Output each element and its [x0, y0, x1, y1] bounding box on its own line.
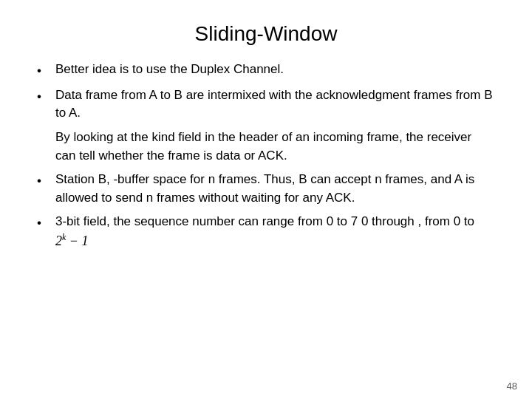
no-bullet-paragraph: By looking at the kind field in the head… [55, 129, 495, 165]
math-operator: − [69, 233, 82, 248]
bullet-point-4: • [37, 214, 52, 233]
math-base: 2 [55, 233, 62, 248]
slide-container: Sliding-Window • Better idea is to use t… [0, 0, 532, 399]
bullet-point-2: • [37, 88, 52, 106]
bullet-text-3: Station B, -buffer space for n frames. T… [55, 171, 495, 207]
bullet-text-1: Better idea is to use the Duplex Channel… [55, 61, 495, 79]
bullet-text-4-part1: 3-bit field, the sequence number can ran… [55, 214, 474, 228]
bullet-point-1: • [37, 62, 52, 81]
bullet-item-2: • Data frame from A to B are intermixed … [37, 86, 495, 123]
bullet-text-2: Data frame from A to B are intermixed wi… [55, 86, 495, 123]
bullet-item-3: • Station B, -buffer space for n frames.… [37, 171, 495, 207]
no-bullet-text: By looking at the kind field in the head… [55, 130, 471, 163]
bullet-item-1: • Better idea is to use the Duplex Chann… [37, 61, 495, 81]
page-number: 48 [507, 381, 517, 392]
math-formula: 2k − 1 [55, 231, 88, 250]
slide-title: Sliding-Window [37, 22, 495, 46]
content-area: • Better idea is to use the Duplex Chann… [37, 61, 495, 250]
bullet-point-3: • [37, 172, 52, 191]
math-exponent: k [62, 232, 66, 242]
math-value: 1 [81, 233, 88, 248]
bullet-item-4: • 3-bit field, the sequence number can r… [37, 213, 495, 250]
bullet-text-4: 3-bit field, the sequence number can ran… [55, 213, 495, 250]
